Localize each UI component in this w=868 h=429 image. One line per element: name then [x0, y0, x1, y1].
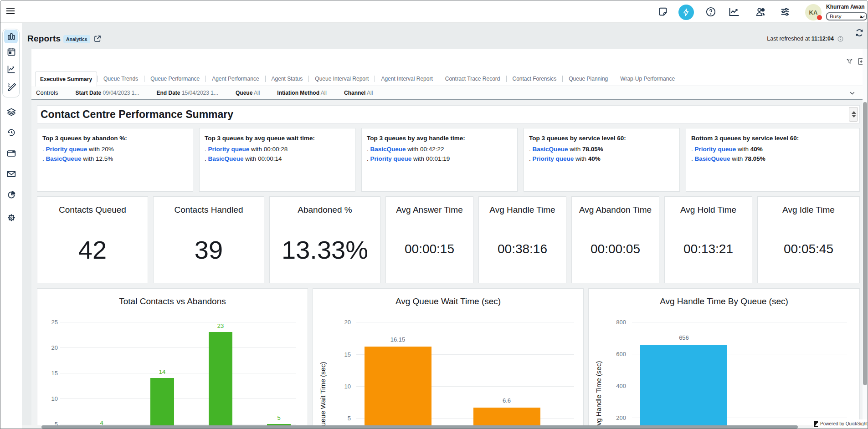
main-content: Reports Analytics Last refreshed at 11:1…	[22, 23, 868, 429]
controls-bar: Controls Start Date 09/04/2023 1...End D…	[31, 86, 863, 100]
queue-link[interactable]: Priority queue	[370, 155, 412, 162]
insight-title: Top 3 queues by abandon %:	[42, 135, 193, 142]
kpi-title: Avg Abandon Time	[572, 205, 659, 215]
tab-executive-summary[interactable]: Executive Summary	[35, 72, 97, 87]
info-icon[interactable]	[837, 36, 843, 41]
kpi-card-avg-idle-time[interactable]: Avg Idle Time00:05:45	[757, 196, 860, 283]
y-tick: 600	[612, 351, 626, 358]
sidebar-item-layers[interactable]	[0, 107, 22, 117]
presence-busy-dot	[817, 15, 822, 20]
kpi-title: Avg Handle Time	[479, 205, 566, 215]
sidebar-item-history[interactable]	[0, 128, 22, 137]
bar-value-label: 16.15	[384, 336, 411, 343]
control-start-date[interactable]: Start Date 09/04/2023 1...	[75, 90, 139, 96]
sidebar-item-pie-chart[interactable]	[0, 190, 22, 199]
queue-link[interactable]: BasicQueue	[533, 146, 568, 153]
y-tick: 10	[337, 383, 351, 390]
status-select[interactable]: Busy ▾	[826, 12, 867, 20]
insight-title: Bottom 3 queues by service level 60:	[691, 135, 859, 142]
control-queue[interactable]: Queue All	[236, 90, 260, 96]
queue-link[interactable]: Priority queue	[208, 146, 250, 153]
kpi-title: Avg Idle Time	[758, 205, 859, 215]
chart-avg-queue-wait-time[interactable]: Avg Queue Wait Time (sec) 201510516.156.…	[313, 288, 584, 429]
insight-item: . BasicQueue with 00:42:22	[367, 146, 517, 153]
charts-row: Total Contacts vs Abandons 2520151054142…	[37, 288, 860, 429]
settings-sliders-icon[interactable]	[780, 7, 790, 17]
kpi-card-avg-answer-time[interactable]: Avg Answer Time00:00:15	[385, 196, 473, 283]
tab-agent-performance[interactable]: Agent Performance	[206, 72, 265, 86]
chart-title: Avg Handle Time By Queue (sec)	[589, 296, 859, 306]
insight-item: . Priority queue with 00:01:19	[367, 155, 517, 162]
sidebar-item-mail[interactable]	[0, 169, 22, 179]
hamburger-menu-icon[interactable]	[6, 8, 15, 14]
sidebar-item-reports[interactable]	[0, 32, 22, 41]
controls-label: Controls	[36, 89, 58, 96]
kpi-card-contacts-queued[interactable]: Contacts Queued42	[37, 196, 148, 283]
kpi-card-abandoned-[interactable]: Abandoned %13.33%	[269, 196, 380, 283]
summary-title-box: Contact Centre Performance Summary	[37, 105, 860, 123]
gridline	[60, 398, 296, 399]
notes-icon[interactable]	[658, 7, 668, 17]
vertical-scrollbar[interactable]	[863, 102, 867, 385]
sidebar-item-schedule[interactable]	[0, 47, 22, 56]
insight-cards-row: Top 3 queues by abandon %:. Priority que…	[37, 128, 860, 192]
quicksight-q-icon[interactable]	[678, 5, 694, 20]
help-icon[interactable]	[706, 7, 716, 17]
insight-card: Top 3 queues by service level 60:. Basic…	[524, 128, 680, 192]
refresh-icon[interactable]	[855, 28, 864, 37]
spinner-control[interactable]	[849, 107, 858, 122]
sidebar-item-trends[interactable]	[0, 65, 22, 74]
insight-item: . BasicQueue with 78.05%	[691, 155, 859, 162]
chart-total-contacts-vs-abandons[interactable]: Total Contacts vs Abandons 2520151054142…	[37, 288, 308, 429]
kpi-value: 00:00:15	[386, 242, 473, 256]
sidebar-item-window[interactable]	[0, 149, 22, 158]
tab-agent-status[interactable]: Agent Status	[266, 72, 309, 86]
control-end-date[interactable]: End Date 15/04/2023 1...	[157, 90, 218, 96]
kpi-card-avg-abandon-time[interactable]: Avg Abandon Time00:00:05	[571, 196, 659, 283]
queue-link[interactable]: BasicQueue	[208, 155, 244, 162]
kpi-card-contacts-handled[interactable]: Contacts Handled39	[153, 196, 264, 283]
bar-contacts	[150, 378, 174, 429]
queue-link[interactable]: Priority queue	[46, 146, 87, 153]
kpi-card-avg-hold-time[interactable]: Avg Hold Time00:13:21	[664, 196, 752, 283]
y-tick: 20	[337, 319, 351, 326]
kpi-card-avg-handle-time[interactable]: Avg Handle Time00:38:16	[478, 196, 566, 283]
bar	[365, 347, 431, 429]
tab-queue-trends[interactable]: Queue Trends	[98, 72, 144, 86]
y-tick: 10	[44, 395, 58, 402]
users-icon[interactable]	[755, 7, 766, 17]
external-link-icon[interactable]	[94, 35, 101, 42]
horizontal-scrollbar-thumb[interactable]	[41, 425, 798, 429]
bar	[640, 345, 727, 429]
gridline	[60, 322, 296, 322]
tab-contact-forensics[interactable]: Contact Forensics	[507, 72, 563, 86]
gridline	[60, 347, 296, 348]
queue-link[interactable]: BasicQueue	[695, 155, 730, 162]
control-channel[interactable]: Channel All	[344, 90, 373, 96]
tab-queue-interval-report[interactable]: Queue Interval Report	[309, 72, 375, 86]
tab-contract-trace-record[interactable]: Contract Trace Record	[439, 72, 506, 86]
bar-value-label: 14	[149, 368, 176, 375]
kpi-value: 42	[37, 235, 148, 265]
tab-agent-interval-report[interactable]: Agent Interval Report	[375, 72, 438, 86]
queue-link[interactable]: BasicQueue	[46, 155, 82, 162]
queue-link[interactable]: BasicQueue	[370, 146, 406, 153]
queue-link[interactable]: Priority queue	[533, 155, 574, 162]
metrics-icon[interactable]	[729, 7, 740, 16]
controls-collapse-icon[interactable]	[849, 90, 855, 96]
tab-queue-planning[interactable]: Queue Planning	[563, 72, 614, 86]
control-intiation-method[interactable]: Intiation Method All	[277, 90, 327, 96]
sidebar-item-designer[interactable]	[0, 82, 22, 91]
filter-icon[interactable]	[846, 58, 853, 65]
sidebar-item-settings[interactable]	[0, 213, 22, 222]
y-tick: 15	[44, 370, 58, 377]
kpi-value: 00:05:45	[758, 242, 859, 256]
gridline	[356, 322, 574, 322]
insight-card: Top 3 queues by abandon %:. Priority que…	[37, 128, 193, 192]
analytics-badge: Analytics	[63, 35, 90, 43]
chart-avg-handle-time-by-queue[interactable]: Avg Handle Time By Queue (sec) 800600400…	[588, 288, 860, 429]
tab-queue-performance[interactable]: Queue Performance	[144, 72, 205, 86]
queue-link[interactable]: Priority queue	[695, 146, 736, 153]
status-value: Busy	[830, 14, 842, 19]
tab-wrap-up-performance[interactable]: Wrap-Up Performance	[614, 72, 681, 86]
